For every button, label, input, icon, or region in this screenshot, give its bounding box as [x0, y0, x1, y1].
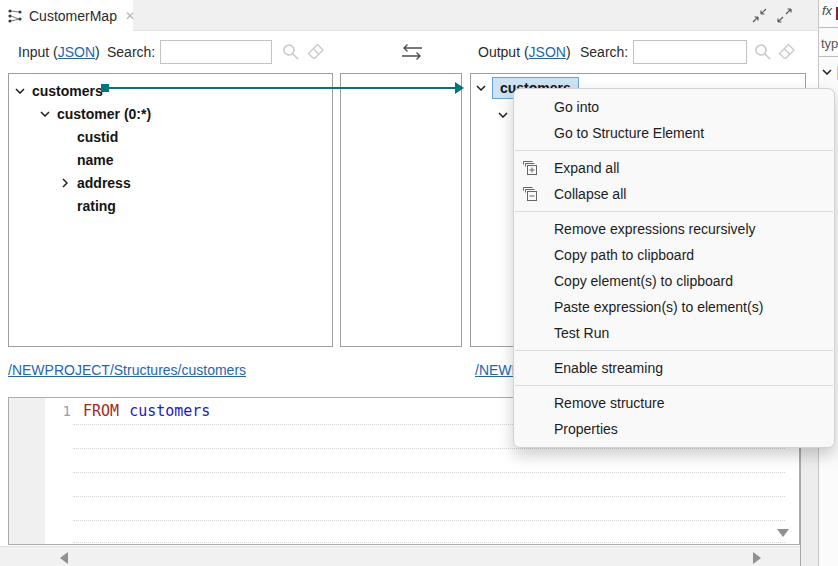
menu-separator [515, 211, 833, 212]
menu-item-remove-expressions-recursively[interactable]: Remove expressions recursively [514, 216, 834, 242]
customermap-editor-window: CustomerMap ✕ fx typ [0, 0, 838, 566]
maximize-view-icon[interactable] [776, 7, 793, 24]
tab-type[interactable]: typ [821, 36, 838, 51]
editor-tab-bar: CustomerMap ✕ [0, 0, 818, 31]
swap-input-output-icon[interactable] [398, 42, 426, 62]
annotation-ruler [9, 398, 45, 544]
menu-separator [515, 350, 833, 351]
editor-row-guide [73, 472, 785, 473]
transform-panel[interactable] [340, 73, 462, 347]
search-icon[interactable] [753, 42, 773, 62]
menu-item-go-to-structure-element[interactable]: Go to Structure Element [514, 120, 834, 146]
editor-row-guide [73, 496, 785, 497]
menu-separator [515, 385, 833, 386]
chevron-down-icon[interactable] [38, 107, 52, 121]
tree-node-label: customers [32, 83, 103, 99]
menu-item-paste-expressions-to-elements[interactable]: Paste expression(s) to element(s) [514, 294, 834, 320]
tree-node-rating[interactable]: rating [9, 194, 332, 217]
tab-bar-empty-area [133, 0, 818, 31]
mapping-connector-line[interactable] [109, 87, 456, 89]
tree-node-label: address [77, 175, 131, 191]
menu-separator [515, 150, 833, 151]
menu-item-copy-path-to-clipboard[interactable]: Copy path to clipboard [514, 242, 834, 268]
mapping-connector-arrowhead [455, 82, 464, 94]
output-tree-node-child[interactable] [496, 104, 510, 122]
palette-divider [819, 27, 838, 28]
clear-search-eraser-icon[interactable] [306, 42, 326, 62]
output-search-field[interactable] [633, 40, 747, 64]
chevron-right-icon[interactable] [58, 176, 72, 190]
input-json-link[interactable]: JSON [58, 44, 95, 60]
tree-node-address[interactable]: address [9, 171, 332, 194]
tree-node-label: name [77, 152, 114, 168]
menu-item-copy-elements-to-clipboard[interactable]: Copy element(s) to clipboard [514, 268, 834, 294]
line-number: 1 [47, 403, 71, 419]
code-line: FROMcustomers [83, 402, 210, 420]
map-toolbar: Input (JSON) Search: Output (JSON) Searc… [0, 31, 818, 73]
tree-node-label: rating [77, 198, 116, 214]
chevron-down-icon[interactable] [496, 108, 510, 122]
menu-item-collapse-all[interactable]: Collapse all [514, 181, 834, 207]
menu-item-expand-all[interactable]: Expand all [514, 155, 834, 181]
palette-tree-node[interactable]: [ [820, 64, 838, 80]
tab-title: CustomerMap [29, 8, 117, 24]
input-search-field[interactable] [160, 40, 272, 64]
scrollbar-corner [800, 446, 818, 566]
clear-search-eraser-icon[interactable] [777, 42, 797, 62]
menu-item-enable-streaming[interactable]: Enable streaming [514, 355, 834, 381]
editor-row-guide [73, 542, 785, 543]
output-search-label: Search: [580, 44, 628, 60]
scroll-down-arrow-icon[interactable] [777, 529, 789, 537]
menu-item-test-run[interactable]: Test Run [514, 320, 834, 346]
editor-row-guide [73, 448, 785, 449]
tree-node-customer[interactable]: customer (0:*) [9, 102, 332, 125]
tab-close-icon[interactable]: ✕ [125, 9, 135, 23]
input-search-label: Search: [107, 44, 155, 60]
search-icon[interactable] [281, 42, 301, 62]
scroll-left-arrow-icon[interactable] [60, 552, 68, 564]
restore-view-icon[interactable] [751, 7, 768, 24]
tree-node-custid[interactable]: custid [9, 125, 332, 148]
sql-identifier: customers [129, 402, 210, 420]
menu-item-remove-structure[interactable]: Remove structure [514, 390, 834, 416]
input-tree-panel: customers customer (0:*) custid name add… [8, 73, 333, 347]
fx-label: fx [822, 3, 832, 18]
tab-functions-fx[interactable]: fx [822, 3, 838, 25]
menu-item-label: Collapse all [554, 186, 626, 202]
sql-keyword: FROM [83, 402, 119, 420]
collapse-all-icon [522, 186, 538, 202]
mapping-icon [7, 8, 23, 24]
menu-item-label: Expand all [554, 160, 619, 176]
typ-label: typ [821, 36, 838, 51]
horizontal-scrollbar[interactable] [0, 546, 800, 566]
menu-item-properties[interactable]: Properties [514, 416, 834, 442]
chevron-down-icon[interactable] [820, 65, 834, 79]
tree-node-label: custid [77, 129, 118, 145]
expand-all-icon [522, 160, 538, 176]
palette-divider [819, 56, 838, 57]
chevron-down-icon[interactable] [474, 81, 488, 95]
tab-customermap[interactable]: CustomerMap ✕ [0, 0, 133, 31]
tree-node-label: customer (0:*) [57, 106, 151, 122]
output-json-link[interactable]: JSON [529, 44, 566, 60]
mapping-connector-anchor[interactable] [101, 84, 109, 92]
scroll-right-arrow-icon[interactable] [753, 552, 761, 564]
input-structure-link[interactable]: /NEWPROJECT/Structures/customers [8, 362, 246, 378]
menu-item-go-into[interactable]: Go into [514, 94, 834, 120]
editor-row-guide [73, 520, 785, 521]
tree-node-customers[interactable]: customers [9, 79, 332, 102]
output-label: Output (JSON) [478, 44, 571, 60]
input-label: Input (JSON) [18, 44, 100, 60]
tree-node-name[interactable]: name [9, 148, 332, 171]
chevron-down-icon[interactable] [13, 84, 27, 98]
context-menu: Go into Go to Structure Element Expand a… [513, 88, 835, 448]
